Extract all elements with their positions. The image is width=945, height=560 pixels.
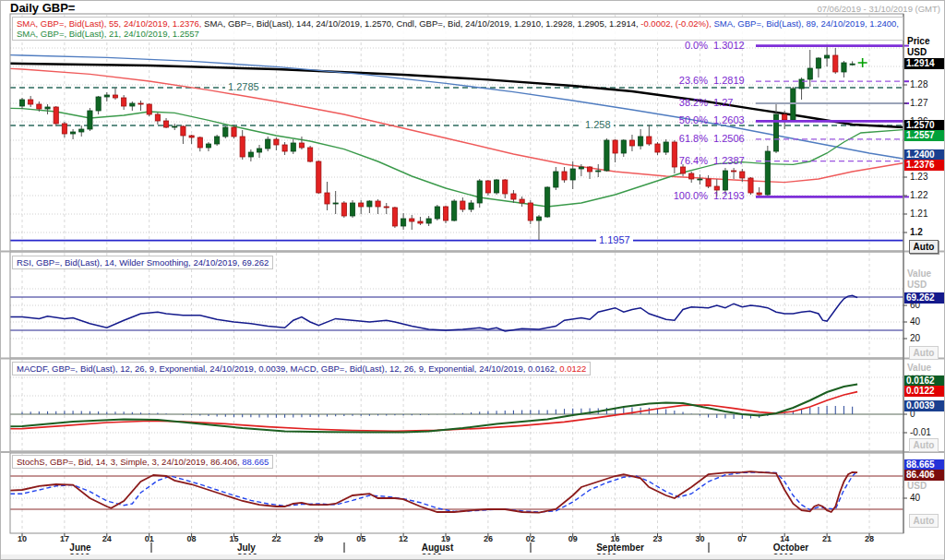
candle-body <box>197 137 202 148</box>
candle-body <box>45 107 50 109</box>
candle-body <box>155 114 160 121</box>
candle-body <box>723 171 727 190</box>
fib-pct-label: 61.8% <box>636 133 708 144</box>
sma-144-line <box>10 64 903 127</box>
candle-body <box>317 161 321 193</box>
x-day-tick-21: 21 <box>822 534 831 543</box>
x-day-tick-17: 17 <box>60 534 69 543</box>
candle-body <box>96 97 101 111</box>
legend-segment: MACDF, GBP=, Bid(Last), 12, 26, 9, Expon… <box>17 363 559 374</box>
candle-body <box>579 167 583 169</box>
candle-body <box>554 172 558 187</box>
chart-window: Daily GBP= 07/06/2019 - 31/10/2019 (GMT)… <box>0 0 945 560</box>
candle-body <box>215 137 220 144</box>
x-day-tick-30: 30 <box>695 534 704 543</box>
candle-body <box>443 207 448 220</box>
candle-body <box>240 137 245 157</box>
candle-body <box>19 100 24 106</box>
candle-body <box>833 55 838 72</box>
rsi-legend-line: RSI, GBP=, Bid(Last), 14, Wilder Smoothi… <box>17 257 269 268</box>
stoch-d-line <box>10 471 857 512</box>
price-axis-tick-1.2: 1.2 <box>910 227 923 237</box>
candle-body <box>461 201 465 209</box>
x-day-tick-24: 24 <box>102 534 112 543</box>
candle-body <box>689 173 694 179</box>
candle-body <box>88 111 92 129</box>
candle-body <box>299 143 304 148</box>
legend-segment: 0.0122 <box>559 363 586 374</box>
candle-body <box>257 149 261 152</box>
fib-value-label: 1.2387 <box>713 155 745 166</box>
candle-body <box>596 171 601 172</box>
macd-legend[interactable]: MACDF, GBP=, Bid(Last), 12, 26, 9, Expon… <box>12 362 591 375</box>
level-label-1.1957: 1.1957 <box>596 234 633 245</box>
candle-body <box>350 203 354 216</box>
x-day-tick-07: 07 <box>737 534 747 543</box>
rsi-line <box>10 295 857 331</box>
legend-segment: StochS, GBP=, Bid, 14, 3, Simple, 3, 24/… <box>17 457 242 467</box>
x-day-tick-02: 02 <box>526 534 535 543</box>
candle-body <box>266 139 270 149</box>
axis-badge-86.406: 86.406 <box>904 470 945 481</box>
candle-body <box>816 58 820 68</box>
candle-body <box>698 179 702 180</box>
axis-badge-1.2376: 1.2376 <box>904 160 945 171</box>
candle-body <box>469 203 473 209</box>
candle-body <box>384 207 389 208</box>
candle-body <box>122 98 126 106</box>
candle-body <box>341 203 346 216</box>
legend-segment: SMA, GBP=, Bid(Last), 55, 24/10/2019, 1.… <box>17 18 204 29</box>
candle-body <box>130 103 135 106</box>
legend-segment: SMA, GBP=, Bid(Last), 89, 24/10/2019, 1.… <box>714 18 899 29</box>
candle-body <box>325 193 329 204</box>
candle-body <box>113 95 117 98</box>
candle-body <box>410 219 414 221</box>
legend-segment: RSI, GBP=, Bid(Last), 14, Wilder Smoothi… <box>17 257 269 268</box>
candle-body <box>613 140 617 153</box>
candle-body <box>706 179 711 186</box>
candle-body <box>274 139 279 145</box>
auto-button-rsi[interactable]: Auto <box>909 346 939 360</box>
fib-value-label: 1.27 <box>713 97 733 108</box>
fib-pct-label: 50.0% <box>636 114 708 125</box>
candle-body <box>282 145 287 151</box>
candle-body <box>181 126 185 136</box>
price-axis-header: PriceUSD <box>907 36 929 58</box>
candle-body <box>37 104 42 109</box>
candle-body <box>401 219 406 226</box>
stoch-legend[interactable]: StochS, GBP=, Bid, 14, 3, Simple, 3, 24/… <box>12 455 273 469</box>
candle-body <box>621 140 626 153</box>
auto-button-macd[interactable]: Auto <box>909 438 939 452</box>
sma-89-line <box>10 55 903 159</box>
fib-value-label: 1.2193 <box>713 190 745 201</box>
candle-body <box>842 63 846 72</box>
candle-body <box>163 121 168 127</box>
bottom-strip <box>1 554 945 560</box>
candle-body <box>807 68 812 79</box>
candle-body <box>147 104 151 114</box>
macd-legend-line: MACDF, GBP=, Bid(Last), 12, 26, 9, Expon… <box>17 363 586 374</box>
price-legend[interactable]: SMA, GBP=, Bid(Last), 55, 24/10/2019, 1.… <box>12 17 903 41</box>
x-day-tick-10: 10 <box>18 534 27 543</box>
candle-body <box>477 181 482 203</box>
price-legend-line2: SMA, GBP=, Bid(Last), 21, 24/10/2019, 1.… <box>17 29 899 39</box>
rsi-legend[interactable]: RSI, GBP=, Bid(Last), 14, Wilder Smoothi… <box>12 256 273 269</box>
chart-canvas[interactable] <box>1 1 945 560</box>
legend-segment: SMA, GBP=, Bid(Last), 21, 24/10/2019, 1.… <box>17 29 199 39</box>
fib-value-label: 1.2506 <box>713 133 745 144</box>
macd-axis-tick--0.01: -0.01 <box>910 427 931 437</box>
candle-body <box>308 148 313 161</box>
candle-body <box>629 140 634 146</box>
candle-body <box>333 203 338 204</box>
x-day-tick-26: 26 <box>484 534 493 543</box>
legend-segment: 88.665 <box>242 457 269 467</box>
x-day-tick-29: 29 <box>314 534 323 543</box>
candle-body <box>680 167 685 173</box>
candle-body <box>485 181 490 193</box>
auto-button-price[interactable]: Auto <box>909 240 939 254</box>
price-legend-line1: SMA, GBP=, Bid(Last), 55, 24/10/2019, 1.… <box>17 18 899 29</box>
candle-body <box>536 217 541 220</box>
price-axis-tick-1.21: 1.21 <box>910 209 927 219</box>
auto-button-stoch[interactable]: Auto <box>909 514 939 528</box>
fib-value-label: 1.2603 <box>713 114 745 125</box>
